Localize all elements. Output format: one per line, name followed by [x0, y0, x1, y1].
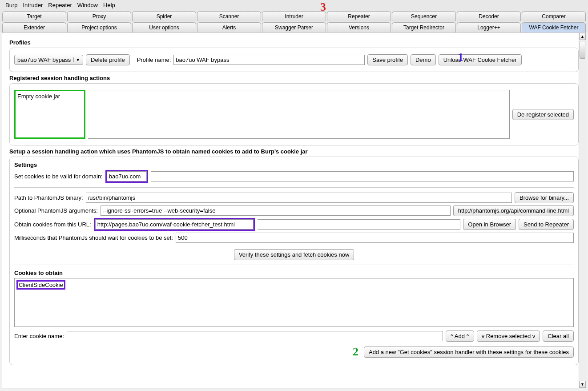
domain-input-ext[interactable] [151, 171, 574, 181]
cookie-name-label: Enter cookie name: [14, 333, 64, 339]
add-cookie-button[interactable]: ^ Add ^ [446, 331, 474, 342]
tabrow-bottom: Extender Project options User options Al… [0, 21, 588, 32]
registered-actions-extra[interactable] [88, 90, 510, 139]
profile-select-value: bao7uo WAF bypass [17, 56, 71, 63]
tab-proxy[interactable]: Proxy [67, 11, 131, 21]
scroll-down-icon[interactable]: ▼ [579, 381, 586, 388]
tab-alerts[interactable]: Alerts [197, 22, 261, 32]
phantom-args-input[interactable] [101, 206, 451, 216]
tab-versions[interactable]: Versions [327, 22, 391, 32]
tab-extender[interactable]: Extender [2, 22, 66, 32]
list-item[interactable]: Empty cookie jar [17, 93, 82, 100]
registered-title: Registered session handling actions [9, 75, 579, 81]
remove-cookie-button[interactable]: v Remove selected v [477, 331, 540, 342]
tab-scanner[interactable]: Scanner [197, 11, 261, 21]
add-session-handler-button[interactable]: Add a new "Get cookies" session handler … [364, 347, 574, 358]
registered-actions-list[interactable]: Empty cookie jar [14, 90, 85, 139]
list-item[interactable]: ClientSideCookie [16, 280, 65, 290]
obtain-url-label: Obtain cookies from this URL: [14, 221, 91, 228]
profile-name-label: Profile name: [137, 56, 171, 63]
cookies-title: Cookies to obtain [14, 270, 574, 276]
domain-input[interactable] [107, 171, 147, 181]
phantom-path-label: Path to PhantomJS binary: [14, 194, 83, 201]
tab-target-redirector[interactable]: Target Redirector [392, 22, 456, 32]
ms-wait-input[interactable] [176, 233, 574, 243]
registered-panel: Empty cookie jar De-register selected [9, 83, 579, 145]
unload-button[interactable]: Unload WAF Cookie Fetcher [439, 54, 522, 65]
domain-label: Set cookies to be valid for domain: [14, 173, 103, 180]
settings-panel: Settings Set cookies to be valid for dom… [9, 157, 579, 365]
annotation-1: 1 [458, 51, 463, 64]
profile-name-input[interactable] [173, 55, 365, 65]
send-to-repeater-button[interactable]: Send to Repeater [519, 219, 574, 230]
scroll-thumb[interactable] [580, 41, 585, 59]
obtain-url-input[interactable] [95, 219, 254, 230]
menu-burp[interactable]: Burp [4, 1, 19, 9]
obtain-url-input-ext[interactable] [258, 219, 461, 230]
verify-fetch-button[interactable]: Verify these settings and fetch cookies … [234, 249, 354, 260]
tab-intruder[interactable]: Intruder [262, 11, 326, 21]
tab-decoder[interactable]: Decoder [457, 11, 521, 21]
browse-binary-button[interactable]: Browse for binary... [515, 192, 574, 203]
clear-cookies-button[interactable]: Clear all [543, 331, 574, 342]
cookie-name-input[interactable] [67, 331, 443, 341]
phantom-args-help-button[interactable]: http://phantomjs.org/api/command-line.ht… [453, 205, 574, 216]
menu-help[interactable]: Help [101, 1, 117, 9]
menu-window[interactable]: Window [76, 1, 100, 9]
chevron-down-icon: ▼ [73, 57, 80, 62]
tab-spider[interactable]: Spider [132, 11, 196, 21]
phantom-args-label: Optional PhantomJS arguments: [14, 207, 98, 214]
profile-select[interactable]: bao7uo WAF bypass ▼ [14, 55, 83, 65]
deregister-button[interactable]: De-register selected [512, 109, 574, 120]
settings-heading: Settings [14, 161, 574, 168]
delete-profile-button[interactable]: Delete profile [86, 54, 130, 65]
save-profile-button[interactable]: Save profile [367, 54, 408, 65]
annotation-3: 3 [320, 0, 326, 14]
tab-comparer[interactable]: Comparer [522, 11, 586, 21]
tab-project-options[interactable]: Project options [67, 22, 131, 32]
tabrow-top: Target Proxy Spider Scanner Intruder Rep… [0, 10, 588, 21]
scroll-up-icon[interactable]: ▲ [579, 33, 586, 40]
menu-intruder[interactable]: Intruder [21, 1, 44, 9]
open-in-browser-button[interactable]: Open in Browser [463, 219, 516, 230]
cookies-list[interactable]: ClientSideCookie [14, 278, 574, 327]
ms-wait-label: Milliseconds that PhantomJs should wait … [14, 234, 173, 241]
menubar: Burp Intruder Repeater Window Help [0, 0, 588, 10]
tab-user-options[interactable]: User options [132, 22, 196, 32]
tab-repeater[interactable]: Repeater [327, 11, 391, 21]
menu-repeater[interactable]: Repeater [46, 1, 73, 9]
profiles-title: Profiles [9, 39, 579, 46]
annotation-2: 2 [353, 345, 358, 359]
tab-loggerpp[interactable]: Logger++ [457, 22, 521, 32]
phantom-path-input[interactable] [86, 193, 512, 203]
setup-title: Setup a session handling action which us… [9, 148, 579, 155]
tab-target[interactable]: Target [2, 11, 66, 21]
profiles-panel: bao7uo WAF bypass ▼ Delete profile Profi… [9, 48, 579, 72]
vertical-scrollbar[interactable]: ▲ ▼ [579, 33, 586, 388]
main-content: 1 Profiles bao7uo WAF bypass ▼ Delete pr… [2, 32, 586, 388]
demo-button[interactable]: Demo [411, 54, 436, 65]
tab-sequencer[interactable]: Sequencer [392, 11, 456, 21]
tab-waf-cookie-fetcher[interactable]: WAF Cookie Fetcher [522, 22, 586, 32]
tab-swagger-parser[interactable]: Swagger Parser [262, 22, 326, 32]
